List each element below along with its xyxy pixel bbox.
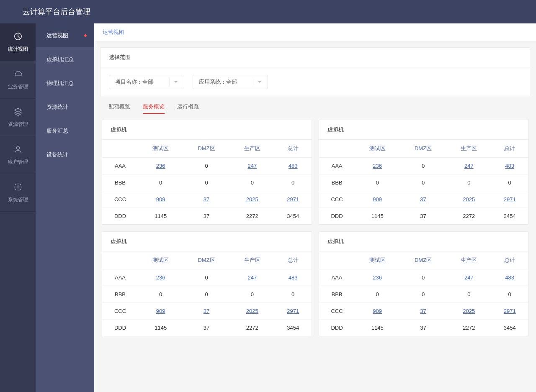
select-label: 应用系统：全部	[199, 78, 237, 86]
nav-item-2[interactable]: 资源管理	[0, 99, 36, 136]
row-name: BBB	[319, 174, 355, 191]
tab-0[interactable]: 配额概览	[108, 103, 130, 114]
table-header-empty: .	[102, 140, 138, 158]
table-row: DDD11453722723454	[319, 320, 528, 336]
subnav-item-0[interactable]: 运营视图	[36, 23, 94, 47]
cell-2: 247	[446, 158, 491, 174]
cell-link[interactable]: 909	[156, 308, 165, 314]
table-header-0: 测试区	[138, 251, 183, 269]
cell-link[interactable]: 483	[289, 163, 298, 169]
cell-link[interactable]: 2971	[287, 196, 299, 202]
table-header-empty: .	[319, 140, 355, 158]
cell-3: 3454	[491, 320, 528, 336]
cell-0: 1145	[138, 208, 183, 225]
cell-link[interactable]: 2025	[463, 196, 475, 202]
select-1[interactable]: 应用系统：全部	[193, 75, 268, 89]
row-name: CCC	[102, 303, 138, 320]
nav-item-1[interactable]: 业务管理	[0, 61, 36, 99]
cell-0: 236	[138, 269, 183, 286]
cell-link[interactable]: 247	[247, 163, 257, 169]
gear-icon	[13, 182, 23, 193]
cell-0: 1145	[355, 320, 400, 336]
cell-link[interactable]: 37	[204, 308, 209, 314]
user-icon	[13, 145, 23, 155]
cell-2: 2272	[446, 320, 491, 336]
cell-0: 909	[355, 303, 400, 320]
tab-2[interactable]: 运行概览	[177, 103, 199, 114]
table-row: CCC9093720252971	[102, 191, 312, 208]
cell-link[interactable]: 37	[420, 196, 426, 202]
subnav-item-5[interactable]: 设备统计	[36, 143, 94, 167]
cell-0: 909	[138, 303, 183, 320]
cell-link[interactable]: 483	[505, 274, 514, 281]
nav-item-3[interactable]: 账户管理	[0, 136, 36, 174]
breadcrumb-current[interactable]: 运营视图	[103, 29, 124, 35]
cell-link[interactable]: 2971	[504, 308, 516, 314]
cell-link[interactable]: 37	[204, 196, 209, 202]
row-name: AAA	[319, 158, 355, 174]
cell-link[interactable]: 2971	[287, 308, 299, 314]
cell-2: 2025	[230, 191, 275, 208]
filter-body: 项目名称：全部应用系统：全部	[100, 67, 530, 97]
cell-3: 3454	[491, 208, 528, 225]
cell-3: 483	[491, 269, 528, 286]
table-row: AAA2360247483	[102, 269, 312, 286]
cell-link[interactable]: 909	[373, 196, 382, 202]
svg-point-1	[16, 146, 19, 149]
cell-link[interactable]: 247	[464, 163, 474, 169]
subnav-item-2[interactable]: 物理机汇总	[36, 71, 94, 95]
table-header-1: DMZ区	[400, 251, 446, 269]
cell-1: 0	[183, 269, 229, 286]
table-header-0: 测试区	[138, 140, 183, 158]
cell-link[interactable]: 247	[464, 274, 474, 281]
cell-link[interactable]: 2025	[246, 196, 258, 202]
table-card-2: 虚拟机.测试区DMZ区生产区总计AAA2360247483BBB0000CCC9…	[102, 231, 312, 336]
cell-link[interactable]: 483	[289, 274, 298, 281]
cell-0: 236	[355, 269, 400, 286]
subnav-item-3[interactable]: 资源统计	[36, 95, 94, 119]
row-name: DDD	[319, 208, 355, 225]
table-header-3: 总计	[491, 251, 528, 269]
subnav-item-1[interactable]: 虚拟机汇总	[36, 47, 94, 71]
cell-link[interactable]: 2971	[504, 196, 516, 202]
cell-link[interactable]: 236	[156, 163, 165, 169]
select-0[interactable]: 项目名称：全部	[109, 75, 184, 89]
main-content: 运营视图 选择范围 项目名称：全部应用系统：全部 配额概览服务概览运行概览 虚拟…	[94, 23, 536, 392]
cell-link[interactable]: 37	[420, 308, 426, 314]
cell-link[interactable]: 236	[373, 274, 382, 281]
table-header-2: 生产区	[446, 140, 491, 158]
cell-link[interactable]: 247	[247, 274, 257, 281]
subnav-label: 虚拟机汇总	[46, 56, 74, 63]
cell-2: 0	[446, 174, 491, 191]
cell-link[interactable]: 909	[156, 196, 165, 202]
table-row: BBB0000	[319, 174, 528, 191]
nav-item-4[interactable]: 系统管理	[0, 174, 36, 212]
table-header-2: 生产区	[230, 140, 275, 158]
cell-link[interactable]: 909	[373, 308, 382, 314]
cell-2: 2025	[446, 303, 491, 320]
row-name: CCC	[102, 191, 138, 208]
table-title: 虚拟机	[319, 120, 528, 140]
cell-link[interactable]: 236	[373, 163, 382, 169]
cell-link[interactable]: 483	[505, 163, 514, 169]
cell-0: 1145	[355, 208, 400, 225]
cell-3: 0	[491, 286, 528, 303]
cell-2: 247	[230, 269, 275, 286]
cell-link[interactable]: 2025	[463, 308, 475, 314]
cell-link[interactable]: 236	[156, 274, 165, 281]
filter-title: 选择范围	[100, 48, 530, 67]
cell-1: 37	[183, 208, 229, 225]
table-row: DDD11453722723454	[102, 320, 312, 336]
row-name: DDD	[319, 320, 355, 336]
cell-1: 37	[183, 303, 229, 320]
cell-link[interactable]: 2025	[246, 308, 258, 314]
cell-2: 0	[230, 286, 275, 303]
tabs: 配额概览服务概览运行概览	[100, 103, 530, 120]
table-row: DDD11453722723454	[102, 208, 312, 225]
row-name: BBB	[102, 174, 138, 191]
subnav-item-4[interactable]: 服务汇总	[36, 119, 94, 143]
tab-1[interactable]: 服务概览	[143, 103, 165, 114]
nav-item-0[interactable]: 统计视图	[0, 23, 36, 61]
sidebar-primary: 统计视图业务管理资源管理账户管理系统管理	[0, 23, 36, 392]
cell-0: 236	[355, 158, 400, 174]
